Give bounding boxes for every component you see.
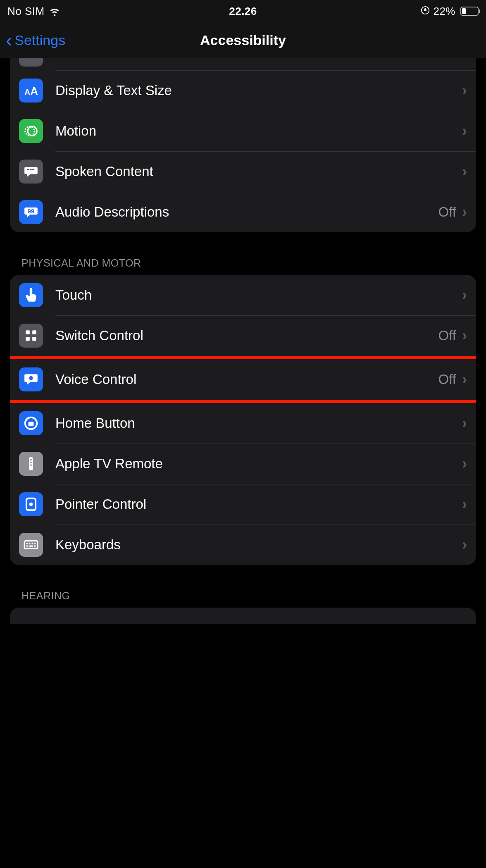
chevron-right-icon: ›	[462, 163, 467, 180]
chevron-right-icon: ›	[462, 496, 467, 513]
orientation-lock-icon	[421, 5, 430, 18]
svg-text:A: A	[24, 88, 30, 96]
svg-rect-26	[34, 543, 36, 544]
svg-rect-23	[26, 543, 28, 544]
row-cutoff-bottom[interactable]	[10, 608, 476, 624]
battery-icon	[460, 7, 479, 16]
apple-tv-remote-icon	[19, 452, 43, 476]
row-label: Apple TV Remote	[55, 456, 462, 472]
svg-point-18	[30, 462, 32, 463]
back-label: Settings	[14, 32, 65, 48]
svg-rect-22	[24, 541, 38, 549]
row-touch[interactable]: Touch ›	[10, 275, 476, 315]
home-button-icon	[19, 411, 43, 435]
motion-icon	[19, 119, 43, 143]
row-cutoff-top[interactable]	[10, 58, 476, 70]
row-value: Off	[438, 328, 456, 343]
section-header-physical: PHYSICAL AND MOTOR	[10, 257, 476, 275]
svg-rect-7	[32, 169, 34, 170]
group-hearing	[10, 608, 476, 624]
svg-rect-28	[29, 546, 33, 547]
row-label: Keyboards	[55, 537, 462, 553]
highlight-voice-control: Voice Control Off ›	[10, 356, 476, 403]
row-audio-descriptions[interactable]: 99 Audio Descriptions Off ›	[10, 192, 476, 232]
carrier-text: No SIM	[7, 5, 45, 18]
zoom-icon	[19, 58, 43, 67]
row-value: Off	[438, 372, 456, 387]
svg-point-21	[30, 503, 32, 506]
row-motion[interactable]: Motion ›	[10, 111, 476, 151]
row-switch-control[interactable]: Switch Control Off ›	[10, 315, 476, 356]
svg-rect-25	[32, 543, 33, 544]
chevron-left-icon: ‹	[6, 31, 12, 50]
svg-text:99: 99	[28, 208, 34, 215]
row-apple-tv-remote[interactable]: Apple TV Remote ›	[10, 444, 476, 484]
row-home-button[interactable]: Home Button ›	[10, 403, 476, 444]
row-label: Voice Control	[55, 372, 438, 387]
row-label: Touch	[55, 287, 462, 303]
back-button[interactable]: ‹ Settings	[6, 31, 65, 50]
switch-control-icon	[19, 324, 43, 348]
svg-rect-29	[34, 546, 36, 547]
chevron-right-icon: ›	[462, 286, 467, 304]
row-label: Pointer Control	[55, 496, 462, 512]
chevron-right-icon: ›	[462, 82, 467, 99]
pointer-control-icon	[19, 492, 43, 516]
chevron-right-icon: ›	[462, 327, 467, 344]
svg-rect-6	[30, 169, 32, 170]
svg-point-19	[30, 464, 32, 466]
section-header-hearing: HEARING	[10, 590, 476, 608]
row-voice-control[interactable]: Voice Control Off ›	[10, 359, 476, 400]
touch-icon	[19, 283, 43, 307]
svg-rect-11	[26, 337, 30, 341]
status-bar: No SIM 22.26 22%	[0, 0, 486, 22]
svg-rect-9	[26, 330, 30, 334]
chevron-right-icon: ›	[462, 203, 467, 221]
row-pointer-control[interactable]: Pointer Control ›	[10, 484, 476, 525]
svg-rect-24	[29, 543, 30, 544]
row-keyboards[interactable]: Keyboards ›	[10, 525, 476, 565]
chevron-right-icon: ›	[462, 536, 467, 553]
chevron-right-icon: ›	[462, 455, 467, 472]
group-vision: AA Display & Text Size › Motion › Spoken…	[10, 58, 476, 232]
row-display-text-size[interactable]: AA Display & Text Size ›	[10, 70, 476, 111]
chevron-right-icon: ›	[462, 122, 467, 140]
settings-content[interactable]: AA Display & Text Size › Motion › Spoken…	[0, 58, 486, 624]
svg-rect-27	[26, 546, 28, 547]
row-label: Switch Control	[55, 328, 438, 343]
battery-percent: 22%	[433, 5, 455, 18]
row-label: Spoken Content	[55, 164, 462, 179]
row-label: Home Button	[55, 415, 462, 431]
svg-rect-5	[27, 169, 29, 170]
row-label: Audio Descriptions	[55, 204, 438, 220]
svg-rect-10	[32, 330, 36, 334]
text-size-icon: AA	[19, 79, 43, 103]
status-right: 22%	[421, 5, 479, 18]
svg-rect-15	[29, 422, 34, 426]
status-left: No SIM	[7, 5, 60, 18]
keyboards-icon	[19, 533, 43, 557]
audio-descriptions-icon: 99	[19, 200, 43, 224]
group-physical: Touch › Switch Control Off › Voice Contr…	[10, 275, 476, 565]
voice-control-icon	[19, 367, 43, 391]
wifi-icon	[49, 5, 60, 17]
svg-point-17	[30, 459, 32, 461]
svg-rect-12	[32, 337, 36, 341]
svg-text:A: A	[30, 85, 38, 97]
row-label: Display & Text Size	[55, 83, 462, 98]
row-value: Off	[438, 204, 456, 220]
row-spoken-content[interactable]: Spoken Content ›	[10, 151, 476, 192]
row-label: Motion	[55, 123, 462, 139]
chevron-right-icon: ›	[462, 415, 467, 432]
spoken-content-icon	[19, 160, 43, 184]
chevron-right-icon: ›	[462, 371, 467, 388]
nav-bar: ‹ Settings Accessibility	[0, 22, 486, 58]
status-time: 22.26	[229, 5, 257, 18]
page-title: Accessibility	[200, 32, 286, 48]
